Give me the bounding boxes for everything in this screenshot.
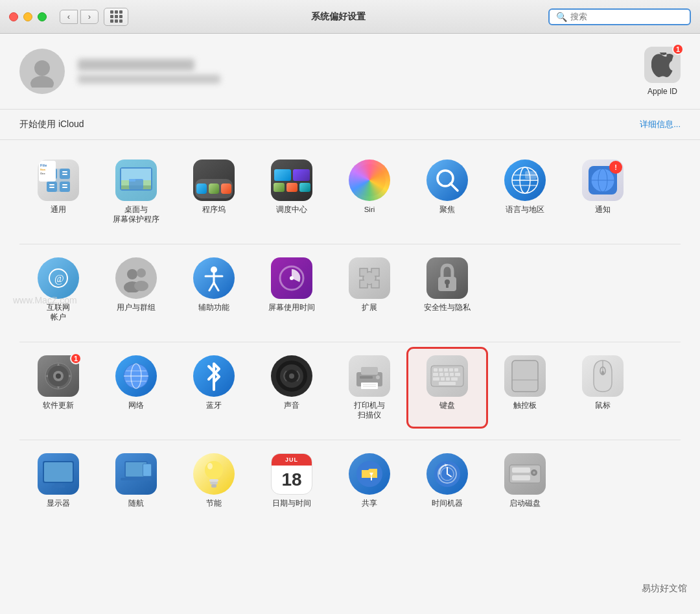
internet-label: 互联网 帐户 — [47, 303, 70, 322]
prefs-row-2: @ 互联网 帐户 — [19, 251, 681, 342]
keyboard-icon — [426, 355, 468, 397]
mouse-icon — [582, 355, 624, 397]
displays-icon — [38, 453, 79, 495]
language-label: 语言与地区 — [506, 205, 544, 215]
dock-icon — [193, 159, 235, 201]
pref-item-screentime[interactable]: 屏幕使用时间 — [253, 251, 331, 329]
svg-rect-75 — [439, 368, 443, 372]
grid-view-button[interactable] — [104, 8, 128, 26]
svg-rect-93 — [601, 371, 604, 375]
prefs-row-3: 1 软件更新 — [19, 349, 681, 440]
sharing-label: 共享 — [362, 499, 377, 508]
minimize-button[interactable] — [23, 12, 32, 21]
avatar[interactable] — [19, 49, 65, 94]
pref-item-spotlight[interactable]: 聚焦 — [408, 153, 486, 231]
pref-item-dock[interactable]: 程序坞 — [175, 153, 253, 231]
apple-id-section[interactable]: 1 Apple ID — [644, 47, 681, 96]
icloud-detail-link[interactable]: 详细信息... — [640, 119, 681, 130]
pref-item-users[interactable]: 用户与群组 — [97, 251, 175, 329]
svg-point-37 — [127, 269, 137, 279]
pref-item-desktop[interactable]: 桌面与 屏幕保护程序 — [97, 153, 175, 231]
pref-item-timemachine[interactable]: 时间机器 — [408, 447, 486, 515]
pref-item-printers[interactable]: 打印机与 扫描仪 — [331, 349, 408, 427]
maximize-button[interactable] — [38, 12, 47, 21]
svg-rect-14 — [62, 187, 67, 188]
apple-id-icon: 1 — [644, 47, 681, 83]
printers-icon — [349, 355, 390, 397]
nav-buttons: ‹ › — [60, 10, 99, 24]
svg-rect-72 — [360, 376, 373, 379]
svg-rect-95 — [44, 462, 73, 482]
pref-item-mouse[interactable]: 鼠标 — [564, 349, 642, 427]
pref-item-sharing[interactable]: 共享 — [331, 447, 408, 515]
pref-item-trackpad[interactable]: 触控板 — [486, 349, 564, 427]
svg-rect-78 — [454, 368, 458, 372]
svg-rect-105 — [210, 482, 218, 484]
sidecar-icon — [115, 453, 157, 495]
apple-id-label: Apple ID — [648, 87, 677, 96]
accessibility-icon — [193, 257, 235, 299]
pref-item-internet[interactable]: @ 互联网 帐户 — [19, 251, 97, 329]
pref-item-notifications[interactable]: ! 通知 — [564, 153, 642, 231]
watermark: 易坊好文馆 — [642, 583, 687, 595]
pref-item-sidecar[interactable]: 随航 — [97, 447, 175, 515]
trackpad-icon — [504, 355, 546, 397]
spotlight-icon — [426, 159, 468, 201]
search-input[interactable] — [570, 12, 683, 21]
pref-item-accessibility[interactable]: 辅助功能 — [175, 251, 253, 329]
svg-rect-119 — [512, 475, 530, 480]
pref-item-keyboard[interactable]: 键盘 — [408, 349, 486, 427]
pref-item-datetime[interactable]: JUL 18 日期与时间 — [253, 447, 331, 515]
svg-rect-87 — [451, 377, 458, 381]
pref-item-sound[interactable]: 声音 — [253, 349, 331, 427]
svg-rect-97 — [52, 486, 65, 488]
svg-rect-88 — [439, 382, 456, 385]
spotlight-label: 聚焦 — [439, 205, 455, 215]
sharing-icon — [349, 453, 390, 495]
svg-point-65 — [289, 373, 294, 379]
search-icon: 🔍 — [556, 12, 567, 22]
accessibility-label: 辅助功能 — [198, 303, 229, 313]
profile-left — [19, 49, 220, 94]
forward-button[interactable]: › — [80, 10, 99, 24]
pref-item-displays[interactable]: 显示器 — [19, 447, 97, 515]
svg-rect-12 — [49, 187, 54, 188]
pref-item-general[interactable]: File New One 通用 — [19, 153, 97, 231]
pref-item-siri[interactable]: Siri — [331, 153, 408, 231]
pref-item-energy[interactable]: 节能 — [175, 447, 253, 515]
svg-rect-21 — [129, 179, 135, 182]
pref-item-bluetooth[interactable]: 蓝牙 — [175, 349, 253, 427]
window-title: 系统偏好设置 — [128, 11, 548, 23]
svg-line-45 — [214, 283, 218, 290]
back-button[interactable]: ‹ — [60, 10, 78, 24]
security-icon — [426, 257, 468, 299]
pref-item-software[interactable]: 1 软件更新 — [19, 349, 97, 427]
pref-item-startdisk[interactable]: 启动磁盘 — [486, 447, 564, 515]
icloud-text: 开始使用 iCloud — [19, 119, 84, 130]
mouse-label: 鼠标 — [595, 401, 611, 410]
pref-item-language[interactable]: 语言与地区 — [486, 153, 564, 231]
pref-item-security[interactable]: 安全性与隐私 — [408, 251, 486, 329]
profile-email-blur — [78, 75, 220, 84]
search-bar[interactable]: 🔍 — [548, 8, 691, 25]
pref-item-extensions[interactable]: 扩展 — [331, 251, 408, 329]
svg-rect-68 — [361, 383, 378, 389]
profile-info — [78, 59, 220, 84]
svg-point-40 — [134, 281, 148, 291]
trackpad-label: 触控板 — [513, 401, 537, 410]
svg-rect-67 — [361, 367, 378, 375]
icloud-banner: 开始使用 iCloud 详细信息... — [0, 110, 700, 140]
svg-rect-80 — [439, 373, 443, 376]
svg-rect-84 — [433, 377, 439, 381]
svg-rect-102 — [143, 464, 151, 476]
pref-item-mission[interactable]: 调度中心 — [253, 153, 331, 231]
pref-item-network[interactable]: 网络 — [97, 349, 175, 427]
svg-rect-86 — [446, 377, 450, 381]
sidecar-label: 随航 — [128, 499, 144, 508]
prefs-row-1: File New One 通用 — [19, 153, 681, 244]
close-button[interactable] — [9, 12, 18, 21]
displays-label: 显示器 — [47, 499, 70, 508]
software-label: 软件更新 — [43, 401, 74, 410]
internet-icon: @ — [38, 257, 79, 299]
security-label: 安全性与隐私 — [424, 303, 471, 313]
